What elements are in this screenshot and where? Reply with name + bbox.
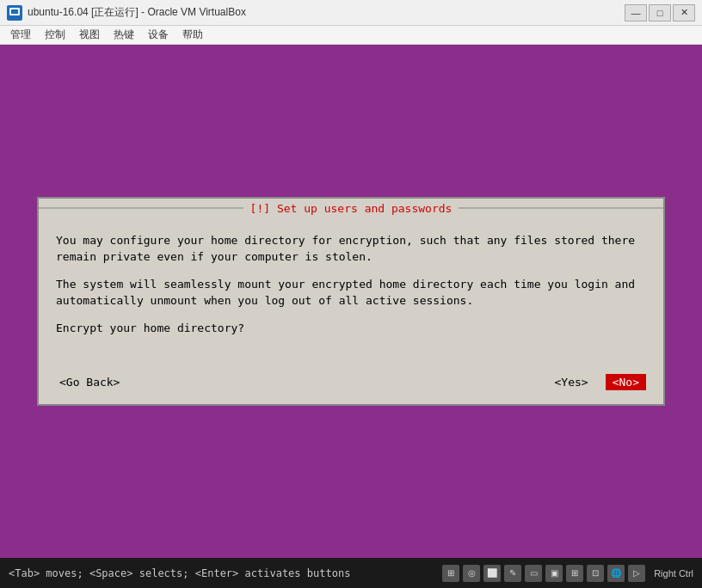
- dialog-right-buttons: <Yes> <No>: [551, 374, 646, 390]
- menubar: 管理控制视图热键设备帮助: [0, 26, 702, 45]
- menubar-item-管理[interactable]: 管理: [3, 26, 38, 44]
- dialog-buttons: <Go Back> <Yes> <No>: [39, 367, 663, 404]
- virtualbox-icon: [7, 5, 22, 21]
- status-text: <Tab> moves; <Space> selects; <Enter> ac…: [9, 567, 350, 579]
- menubar-item-视图[interactable]: 视图: [72, 26, 107, 44]
- titlebar-left: ubuntu-16.04 [正在运行] - Oracle VM VirtualB…: [7, 5, 246, 21]
- restore-button[interactable]: □: [649, 4, 671, 21]
- status-icon-5: ▭: [525, 565, 542, 582]
- menubar-item-控制[interactable]: 控制: [38, 26, 72, 44]
- status-icon-1: ⊞: [442, 565, 459, 582]
- vm-display-area: [!] Set up users and passwords You may c…: [0, 45, 702, 558]
- status-icon-6: ▣: [545, 565, 563, 582]
- dialog-titlebar: [!] Set up users and passwords: [39, 199, 663, 218]
- status-icon-9: 🌐: [607, 565, 625, 582]
- minimize-button[interactable]: —: [625, 4, 647, 21]
- statusbar: <Tab> moves; <Space> selects; <Enter> ac…: [0, 558, 702, 588]
- titlebar: ubuntu-16.04 [正在运行] - Oracle VM VirtualB…: [0, 0, 702, 26]
- status-icon-2: ◎: [463, 565, 480, 582]
- go-back-button[interactable]: <Go Back>: [56, 374, 123, 390]
- status-icon-7: ⊞: [566, 565, 583, 582]
- menubar-item-设备[interactable]: 设备: [141, 26, 176, 44]
- encrypt-home-dialog: [!] Set up users and passwords You may c…: [37, 197, 665, 407]
- status-icon-4: ✎: [504, 565, 521, 582]
- status-icon-10: ▷: [628, 565, 645, 582]
- window-title: ubuntu-16.04 [正在运行] - Oracle VM VirtualB…: [28, 5, 246, 20]
- dialog-question: Encrypt your home directory?: [56, 320, 646, 337]
- no-button[interactable]: <No>: [606, 374, 646, 390]
- dialog-title: [!] Set up users and passwords: [243, 202, 459, 215]
- dialog-paragraph2: The system will seamlessly mount your en…: [56, 276, 646, 309]
- status-icon-3: ⬜: [483, 565, 501, 582]
- menubar-item-帮助[interactable]: 帮助: [176, 26, 210, 44]
- dialog-paragraph1: You may configure your home directory fo…: [56, 232, 646, 266]
- svg-rect-2: [11, 9, 18, 14]
- status-icon-8: ⊡: [587, 565, 604, 582]
- close-button[interactable]: ✕: [673, 4, 695, 21]
- right-ctrl-label: Right Ctrl: [654, 568, 693, 579]
- yes-button[interactable]: <Yes>: [551, 374, 592, 390]
- statusbar-icons: ⊞ ◎ ⬜ ✎ ▭ ▣ ⊞ ⊡ 🌐 ▷ Right Ctrl: [442, 565, 693, 582]
- menubar-item-热键[interactable]: 热键: [107, 26, 141, 44]
- titlebar-controls: — □ ✕: [625, 4, 695, 21]
- dialog-body: You may configure your home directory fo…: [39, 218, 663, 368]
